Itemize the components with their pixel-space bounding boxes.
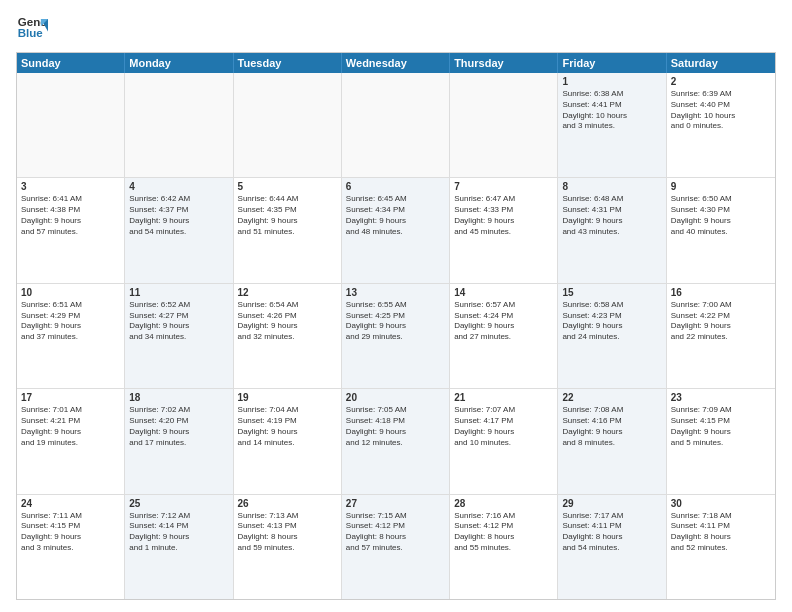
calendar-header: SundayMondayTuesdayWednesdayThursdayFrid… bbox=[17, 53, 775, 73]
cal-cell: 11Sunrise: 6:52 AM Sunset: 4:27 PM Dayli… bbox=[125, 284, 233, 388]
cal-cell bbox=[17, 73, 125, 177]
cal-cell: 14Sunrise: 6:57 AM Sunset: 4:24 PM Dayli… bbox=[450, 284, 558, 388]
header-day-wednesday: Wednesday bbox=[342, 53, 450, 73]
cal-cell: 27Sunrise: 7:15 AM Sunset: 4:12 PM Dayli… bbox=[342, 495, 450, 599]
cal-cell: 28Sunrise: 7:16 AM Sunset: 4:12 PM Dayli… bbox=[450, 495, 558, 599]
day-info: Sunrise: 6:44 AM Sunset: 4:35 PM Dayligh… bbox=[238, 194, 337, 237]
logo: General Blue bbox=[16, 12, 48, 44]
header-day-thursday: Thursday bbox=[450, 53, 558, 73]
day-number: 18 bbox=[129, 392, 228, 403]
day-number: 28 bbox=[454, 498, 553, 509]
logo-icon: General Blue bbox=[16, 12, 48, 44]
day-number: 22 bbox=[562, 392, 661, 403]
day-info: Sunrise: 7:17 AM Sunset: 4:11 PM Dayligh… bbox=[562, 511, 661, 554]
day-number: 4 bbox=[129, 181, 228, 192]
day-info: Sunrise: 7:12 AM Sunset: 4:14 PM Dayligh… bbox=[129, 511, 228, 554]
day-info: Sunrise: 7:18 AM Sunset: 4:11 PM Dayligh… bbox=[671, 511, 771, 554]
day-number: 12 bbox=[238, 287, 337, 298]
day-number: 27 bbox=[346, 498, 445, 509]
cal-cell: 13Sunrise: 6:55 AM Sunset: 4:25 PM Dayli… bbox=[342, 284, 450, 388]
cal-cell: 30Sunrise: 7:18 AM Sunset: 4:11 PM Dayli… bbox=[667, 495, 775, 599]
day-number: 29 bbox=[562, 498, 661, 509]
cal-cell: 8Sunrise: 6:48 AM Sunset: 4:31 PM Daylig… bbox=[558, 178, 666, 282]
day-number: 24 bbox=[21, 498, 120, 509]
cal-cell: 2Sunrise: 6:39 AM Sunset: 4:40 PM Daylig… bbox=[667, 73, 775, 177]
day-info: Sunrise: 7:11 AM Sunset: 4:15 PM Dayligh… bbox=[21, 511, 120, 554]
day-info: Sunrise: 6:57 AM Sunset: 4:24 PM Dayligh… bbox=[454, 300, 553, 343]
calendar-body: 1Sunrise: 6:38 AM Sunset: 4:41 PM Daylig… bbox=[17, 73, 775, 599]
header: General Blue bbox=[16, 12, 776, 44]
header-day-monday: Monday bbox=[125, 53, 233, 73]
day-info: Sunrise: 7:08 AM Sunset: 4:16 PM Dayligh… bbox=[562, 405, 661, 448]
day-info: Sunrise: 7:01 AM Sunset: 4:21 PM Dayligh… bbox=[21, 405, 120, 448]
cal-cell: 4Sunrise: 6:42 AM Sunset: 4:37 PM Daylig… bbox=[125, 178, 233, 282]
day-info: Sunrise: 7:07 AM Sunset: 4:17 PM Dayligh… bbox=[454, 405, 553, 448]
day-info: Sunrise: 6:39 AM Sunset: 4:40 PM Dayligh… bbox=[671, 89, 771, 132]
header-day-tuesday: Tuesday bbox=[234, 53, 342, 73]
cal-cell: 3Sunrise: 6:41 AM Sunset: 4:38 PM Daylig… bbox=[17, 178, 125, 282]
cal-cell: 17Sunrise: 7:01 AM Sunset: 4:21 PM Dayli… bbox=[17, 389, 125, 493]
cal-cell: 25Sunrise: 7:12 AM Sunset: 4:14 PM Dayli… bbox=[125, 495, 233, 599]
day-info: Sunrise: 7:09 AM Sunset: 4:15 PM Dayligh… bbox=[671, 405, 771, 448]
day-info: Sunrise: 7:13 AM Sunset: 4:13 PM Dayligh… bbox=[238, 511, 337, 554]
day-info: Sunrise: 6:48 AM Sunset: 4:31 PM Dayligh… bbox=[562, 194, 661, 237]
calendar: SundayMondayTuesdayWednesdayThursdayFrid… bbox=[16, 52, 776, 600]
day-number: 25 bbox=[129, 498, 228, 509]
day-info: Sunrise: 7:05 AM Sunset: 4:18 PM Dayligh… bbox=[346, 405, 445, 448]
day-number: 5 bbox=[238, 181, 337, 192]
day-number: 17 bbox=[21, 392, 120, 403]
cal-cell: 19Sunrise: 7:04 AM Sunset: 4:19 PM Dayli… bbox=[234, 389, 342, 493]
day-number: 23 bbox=[671, 392, 771, 403]
day-info: Sunrise: 6:38 AM Sunset: 4:41 PM Dayligh… bbox=[562, 89, 661, 132]
day-info: Sunrise: 7:16 AM Sunset: 4:12 PM Dayligh… bbox=[454, 511, 553, 554]
cal-cell: 6Sunrise: 6:45 AM Sunset: 4:34 PM Daylig… bbox=[342, 178, 450, 282]
header-day-saturday: Saturday bbox=[667, 53, 775, 73]
day-number: 16 bbox=[671, 287, 771, 298]
day-info: Sunrise: 6:45 AM Sunset: 4:34 PM Dayligh… bbox=[346, 194, 445, 237]
day-info: Sunrise: 6:54 AM Sunset: 4:26 PM Dayligh… bbox=[238, 300, 337, 343]
cal-cell: 1Sunrise: 6:38 AM Sunset: 4:41 PM Daylig… bbox=[558, 73, 666, 177]
cal-cell: 26Sunrise: 7:13 AM Sunset: 4:13 PM Dayli… bbox=[234, 495, 342, 599]
cal-cell: 9Sunrise: 6:50 AM Sunset: 4:30 PM Daylig… bbox=[667, 178, 775, 282]
day-info: Sunrise: 6:47 AM Sunset: 4:33 PM Dayligh… bbox=[454, 194, 553, 237]
cal-cell bbox=[234, 73, 342, 177]
header-day-friday: Friday bbox=[558, 53, 666, 73]
svg-text:Blue: Blue bbox=[18, 27, 44, 39]
day-info: Sunrise: 7:15 AM Sunset: 4:12 PM Dayligh… bbox=[346, 511, 445, 554]
cal-cell: 20Sunrise: 7:05 AM Sunset: 4:18 PM Dayli… bbox=[342, 389, 450, 493]
cal-cell: 22Sunrise: 7:08 AM Sunset: 4:16 PM Dayli… bbox=[558, 389, 666, 493]
day-info: Sunrise: 6:41 AM Sunset: 4:38 PM Dayligh… bbox=[21, 194, 120, 237]
cal-cell: 24Sunrise: 7:11 AM Sunset: 4:15 PM Dayli… bbox=[17, 495, 125, 599]
cal-cell: 10Sunrise: 6:51 AM Sunset: 4:29 PM Dayli… bbox=[17, 284, 125, 388]
cal-cell: 29Sunrise: 7:17 AM Sunset: 4:11 PM Dayli… bbox=[558, 495, 666, 599]
day-number: 8 bbox=[562, 181, 661, 192]
day-number: 2 bbox=[671, 76, 771, 87]
header-day-sunday: Sunday bbox=[17, 53, 125, 73]
day-number: 3 bbox=[21, 181, 120, 192]
cal-row-1: 3Sunrise: 6:41 AM Sunset: 4:38 PM Daylig… bbox=[17, 177, 775, 282]
day-info: Sunrise: 6:50 AM Sunset: 4:30 PM Dayligh… bbox=[671, 194, 771, 237]
cal-cell: 12Sunrise: 6:54 AM Sunset: 4:26 PM Dayli… bbox=[234, 284, 342, 388]
day-info: Sunrise: 6:58 AM Sunset: 4:23 PM Dayligh… bbox=[562, 300, 661, 343]
cal-cell: 7Sunrise: 6:47 AM Sunset: 4:33 PM Daylig… bbox=[450, 178, 558, 282]
day-info: Sunrise: 7:00 AM Sunset: 4:22 PM Dayligh… bbox=[671, 300, 771, 343]
day-number: 30 bbox=[671, 498, 771, 509]
cal-row-4: 24Sunrise: 7:11 AM Sunset: 4:15 PM Dayli… bbox=[17, 494, 775, 599]
day-number: 14 bbox=[454, 287, 553, 298]
cal-cell: 23Sunrise: 7:09 AM Sunset: 4:15 PM Dayli… bbox=[667, 389, 775, 493]
cal-row-0: 1Sunrise: 6:38 AM Sunset: 4:41 PM Daylig… bbox=[17, 73, 775, 177]
day-number: 15 bbox=[562, 287, 661, 298]
day-number: 11 bbox=[129, 287, 228, 298]
cal-cell: 5Sunrise: 6:44 AM Sunset: 4:35 PM Daylig… bbox=[234, 178, 342, 282]
day-info: Sunrise: 7:02 AM Sunset: 4:20 PM Dayligh… bbox=[129, 405, 228, 448]
cal-cell bbox=[342, 73, 450, 177]
day-number: 19 bbox=[238, 392, 337, 403]
day-info: Sunrise: 7:04 AM Sunset: 4:19 PM Dayligh… bbox=[238, 405, 337, 448]
day-info: Sunrise: 6:52 AM Sunset: 4:27 PM Dayligh… bbox=[129, 300, 228, 343]
cal-cell bbox=[125, 73, 233, 177]
day-number: 20 bbox=[346, 392, 445, 403]
cal-cell: 15Sunrise: 6:58 AM Sunset: 4:23 PM Dayli… bbox=[558, 284, 666, 388]
day-number: 21 bbox=[454, 392, 553, 403]
day-number: 26 bbox=[238, 498, 337, 509]
day-info: Sunrise: 6:51 AM Sunset: 4:29 PM Dayligh… bbox=[21, 300, 120, 343]
